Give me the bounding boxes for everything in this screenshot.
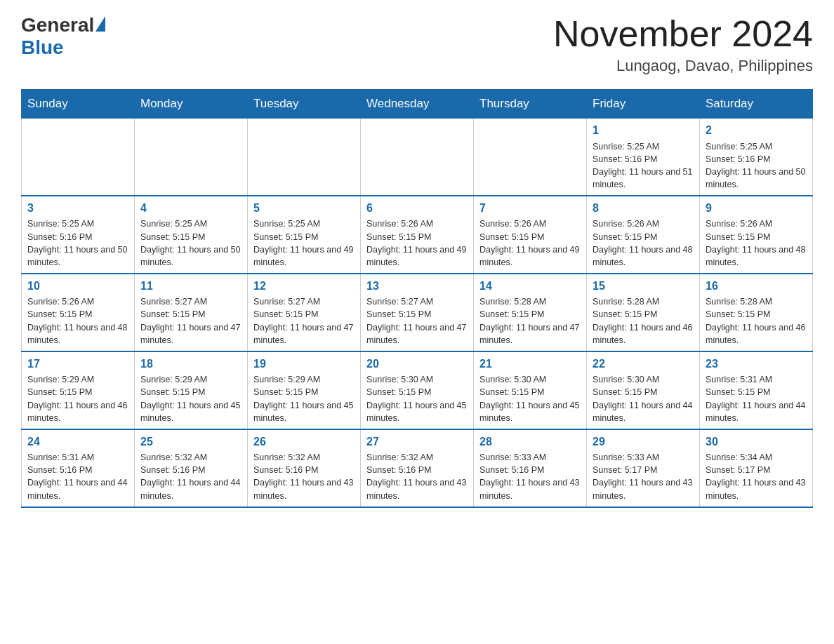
day-info: Sunrise: 5:25 AMSunset: 5:16 PMDaylight:…	[706, 140, 807, 192]
calendar-cell	[248, 119, 361, 196]
calendar-cell: 28Sunrise: 5:33 AMSunset: 5:16 PMDayligh…	[474, 429, 587, 507]
calendar-cell	[361, 119, 474, 196]
day-number: 2	[706, 123, 807, 138]
calendar-cell: 12Sunrise: 5:27 AMSunset: 5:15 PMDayligh…	[248, 274, 361, 351]
day-number: 4	[140, 201, 241, 216]
calendar-cell: 3Sunrise: 5:25 AMSunset: 5:16 PMDaylight…	[22, 196, 135, 274]
day-info: Sunrise: 5:32 AMSunset: 5:16 PMDaylight:…	[366, 451, 468, 502]
title-section: November 2024 Lungaog, Davao, Philippine…	[553, 14, 813, 75]
calendar-cell: 30Sunrise: 5:34 AMSunset: 5:17 PMDayligh…	[700, 429, 813, 507]
calendar-cell: 27Sunrise: 5:32 AMSunset: 5:16 PMDayligh…	[361, 429, 474, 507]
day-number: 17	[27, 356, 128, 372]
calendar-cell: 16Sunrise: 5:28 AMSunset: 5:15 PMDayligh…	[700, 274, 813, 351]
day-number: 3	[27, 201, 128, 216]
calendar-cell: 17Sunrise: 5:29 AMSunset: 5:15 PMDayligh…	[22, 351, 135, 429]
calendar-cell: 11Sunrise: 5:27 AMSunset: 5:15 PMDayligh…	[135, 274, 248, 351]
day-number: 5	[253, 201, 355, 216]
day-number: 9	[706, 201, 807, 216]
calendar-cell: 15Sunrise: 5:28 AMSunset: 5:15 PMDayligh…	[587, 274, 700, 351]
weekday-header-tuesday: Tuesday	[248, 90, 361, 119]
calendar-week-row: 10Sunrise: 5:26 AMSunset: 5:15 PMDayligh…	[22, 274, 813, 351]
calendar-cell: 20Sunrise: 5:30 AMSunset: 5:15 PMDayligh…	[361, 351, 474, 429]
location-text: Lungaog, Davao, Philippines	[553, 57, 813, 75]
day-number: 28	[479, 434, 581, 450]
day-number: 30	[706, 434, 807, 450]
logo-top: General	[21, 14, 105, 36]
calendar-cell: 18Sunrise: 5:29 AMSunset: 5:15 PMDayligh…	[135, 351, 248, 429]
calendar-cell: 19Sunrise: 5:29 AMSunset: 5:15 PMDayligh…	[248, 351, 361, 429]
calendar-body: 1Sunrise: 5:25 AMSunset: 5:16 PMDaylight…	[22, 119, 813, 507]
weekday-header-friday: Friday	[587, 90, 700, 119]
day-number: 10	[27, 279, 128, 294]
calendar-cell: 9Sunrise: 5:26 AMSunset: 5:15 PMDaylight…	[700, 196, 813, 274]
weekday-header-monday: Monday	[135, 90, 248, 119]
day-number: 21	[479, 356, 581, 372]
calendar-cell: 1Sunrise: 5:25 AMSunset: 5:16 PMDaylight…	[587, 119, 700, 196]
calendar-cell: 22Sunrise: 5:30 AMSunset: 5:15 PMDayligh…	[587, 351, 700, 429]
day-number: 23	[706, 356, 807, 372]
calendar-week-row: 1Sunrise: 5:25 AMSunset: 5:16 PMDaylight…	[22, 119, 813, 196]
day-info: Sunrise: 5:29 AMSunset: 5:15 PMDaylight:…	[253, 373, 355, 424]
day-number: 14	[479, 279, 581, 294]
day-number: 12	[253, 279, 355, 294]
logo: General Blue	[21, 14, 105, 59]
day-number: 29	[593, 434, 694, 450]
month-title: November 2024	[553, 14, 813, 54]
day-info: Sunrise: 5:34 AMSunset: 5:17 PMDaylight:…	[706, 451, 807, 502]
day-info: Sunrise: 5:30 AMSunset: 5:15 PMDaylight:…	[479, 373, 581, 424]
day-info: Sunrise: 5:32 AMSunset: 5:16 PMDaylight:…	[140, 451, 241, 502]
calendar-cell: 6Sunrise: 5:26 AMSunset: 5:15 PMDaylight…	[361, 196, 474, 274]
weekday-header-row: SundayMondayTuesdayWednesdayThursdayFrid…	[22, 90, 813, 119]
day-info: Sunrise: 5:29 AMSunset: 5:15 PMDaylight:…	[27, 373, 128, 424]
day-number: 19	[253, 356, 355, 372]
day-number: 13	[366, 279, 468, 294]
day-info: Sunrise: 5:26 AMSunset: 5:15 PMDaylight:…	[593, 217, 694, 269]
calendar-cell: 5Sunrise: 5:25 AMSunset: 5:15 PMDaylight…	[248, 196, 361, 274]
day-info: Sunrise: 5:27 AMSunset: 5:15 PMDaylight:…	[366, 295, 468, 347]
day-info: Sunrise: 5:26 AMSunset: 5:15 PMDaylight:…	[479, 217, 581, 269]
day-info: Sunrise: 5:26 AMSunset: 5:15 PMDaylight:…	[706, 217, 807, 269]
calendar-cell	[135, 119, 248, 196]
calendar-week-row: 17Sunrise: 5:29 AMSunset: 5:15 PMDayligh…	[22, 351, 813, 429]
day-info: Sunrise: 5:29 AMSunset: 5:15 PMDaylight:…	[140, 373, 241, 424]
day-info: Sunrise: 5:25 AMSunset: 5:16 PMDaylight:…	[593, 140, 694, 192]
day-number: 11	[140, 279, 241, 294]
day-info: Sunrise: 5:28 AMSunset: 5:15 PMDaylight:…	[593, 295, 694, 347]
calendar-cell: 26Sunrise: 5:32 AMSunset: 5:16 PMDayligh…	[248, 429, 361, 507]
calendar-cell: 10Sunrise: 5:26 AMSunset: 5:15 PMDayligh…	[22, 274, 135, 351]
weekday-header-sunday: Sunday	[22, 90, 135, 119]
calendar-cell: 25Sunrise: 5:32 AMSunset: 5:16 PMDayligh…	[135, 429, 248, 507]
day-info: Sunrise: 5:26 AMSunset: 5:15 PMDaylight:…	[27, 295, 128, 347]
day-info: Sunrise: 5:27 AMSunset: 5:15 PMDaylight:…	[253, 295, 355, 347]
calendar-cell: 24Sunrise: 5:31 AMSunset: 5:16 PMDayligh…	[22, 429, 135, 507]
day-info: Sunrise: 5:25 AMSunset: 5:16 PMDaylight:…	[27, 217, 128, 269]
day-info: Sunrise: 5:28 AMSunset: 5:15 PMDaylight:…	[706, 295, 807, 347]
weekday-header-thursday: Thursday	[474, 90, 587, 119]
calendar-cell: 8Sunrise: 5:26 AMSunset: 5:15 PMDaylight…	[587, 196, 700, 274]
day-info: Sunrise: 5:33 AMSunset: 5:16 PMDaylight:…	[479, 451, 581, 502]
day-number: 18	[140, 356, 241, 372]
day-number: 1	[593, 123, 694, 138]
day-info: Sunrise: 5:30 AMSunset: 5:15 PMDaylight:…	[366, 373, 468, 424]
calendar-week-row: 24Sunrise: 5:31 AMSunset: 5:16 PMDayligh…	[22, 429, 813, 507]
day-number: 22	[593, 356, 694, 372]
calendar-cell	[22, 119, 135, 196]
calendar-cell: 4Sunrise: 5:25 AMSunset: 5:15 PMDaylight…	[135, 196, 248, 274]
day-info: Sunrise: 5:31 AMSunset: 5:15 PMDaylight:…	[706, 373, 807, 424]
day-number: 20	[366, 356, 468, 372]
calendar-cell	[474, 119, 587, 196]
weekday-header-wednesday: Wednesday	[361, 90, 474, 119]
day-info: Sunrise: 5:33 AMSunset: 5:17 PMDaylight:…	[593, 451, 694, 502]
day-info: Sunrise: 5:27 AMSunset: 5:15 PMDaylight:…	[140, 295, 241, 347]
day-info: Sunrise: 5:31 AMSunset: 5:16 PMDaylight:…	[27, 451, 128, 502]
day-number: 26	[253, 434, 355, 450]
logo-blue-text: Blue	[21, 36, 64, 59]
weekday-header-saturday: Saturday	[700, 90, 813, 119]
day-info: Sunrise: 5:26 AMSunset: 5:15 PMDaylight:…	[366, 217, 468, 269]
day-info: Sunrise: 5:28 AMSunset: 5:15 PMDaylight:…	[479, 295, 581, 347]
day-number: 27	[366, 434, 468, 450]
page-header: General Blue November 2024 Lungaog, Dava…	[21, 14, 813, 75]
day-number: 7	[479, 201, 581, 216]
day-info: Sunrise: 5:32 AMSunset: 5:16 PMDaylight:…	[253, 451, 355, 502]
day-number: 15	[593, 279, 694, 294]
